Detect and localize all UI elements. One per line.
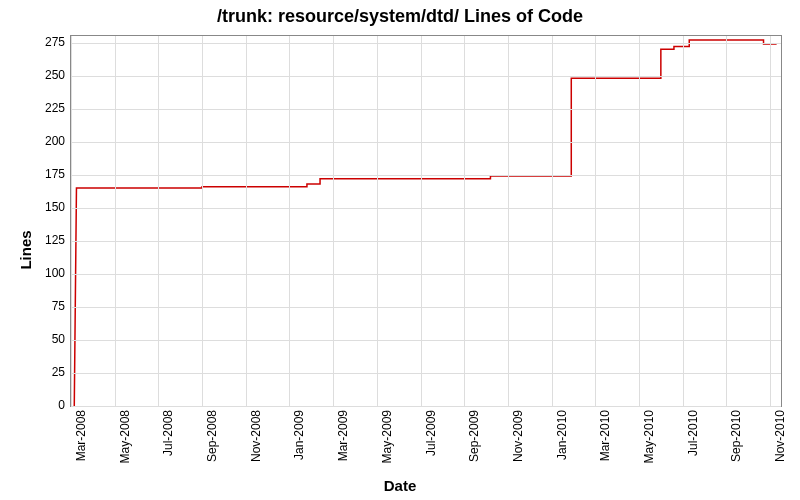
y-tick-label: 200 [5,134,65,148]
gridline-h [71,76,781,77]
gridline-h [71,373,781,374]
y-tick-label: 50 [5,332,65,346]
gridline-h [71,208,781,209]
gridline-v [508,36,509,406]
x-tick-label: Mar-2008 [74,410,88,461]
gridline-v [683,36,684,406]
gridline-h [71,142,781,143]
gridline-v [639,36,640,406]
gridline-h [71,274,781,275]
gridline-v [289,36,290,406]
gridline-v [421,36,422,406]
x-tick-label: Jul-2010 [686,410,700,456]
gridline-v [464,36,465,406]
plot-area [70,35,782,407]
y-tick-label: 25 [5,365,65,379]
gridline-h [71,43,781,44]
chart-title: /trunk: resource/system/dtd/ Lines of Co… [0,6,800,27]
y-tick-label: 175 [5,167,65,181]
x-tick-label: Jul-2008 [161,410,175,456]
x-tick-label: Jan-2010 [555,410,569,460]
gridline-v [595,36,596,406]
y-tick-label: 250 [5,68,65,82]
x-tick-label: May-2010 [642,410,656,463]
chart-root: /trunk: resource/system/dtd/ Lines of Co… [0,0,800,500]
gridline-v [770,36,771,406]
x-tick-label: May-2008 [118,410,132,463]
x-tick-label: Mar-2009 [336,410,350,461]
line-layer [71,36,781,406]
gridline-v [71,36,72,406]
gridline-v [552,36,553,406]
x-tick-label: Mar-2010 [598,410,612,461]
gridline-v [377,36,378,406]
y-tick-label: 150 [5,200,65,214]
y-tick-label: 100 [5,266,65,280]
y-tick-label: 275 [5,35,65,49]
x-tick-label: Nov-2008 [249,410,263,462]
x-tick-label: Sep-2008 [205,410,219,462]
gridline-v [115,36,116,406]
x-tick-label: Sep-2010 [729,410,743,462]
gridline-h [71,307,781,308]
gridline-h [71,109,781,110]
gridline-h [71,241,781,242]
x-tick-label: Jul-2009 [424,410,438,456]
x-tick-label: Jan-2009 [292,410,306,460]
gridline-v [333,36,334,406]
gridline-v [726,36,727,406]
series-line [74,40,776,406]
x-axis-label: Date [0,477,800,494]
gridline-h [71,175,781,176]
gridline-v [202,36,203,406]
gridline-v [246,36,247,406]
x-tick-label: Nov-2010 [773,410,787,462]
y-tick-label: 0 [5,398,65,412]
y-tick-label: 75 [5,299,65,313]
gridline-v [158,36,159,406]
y-tick-label: 225 [5,101,65,115]
x-tick-label: Nov-2009 [511,410,525,462]
x-tick-label: Sep-2009 [467,410,481,462]
y-tick-label: 125 [5,233,65,247]
x-tick-label: May-2009 [380,410,394,463]
gridline-h [71,406,781,407]
gridline-h [71,340,781,341]
